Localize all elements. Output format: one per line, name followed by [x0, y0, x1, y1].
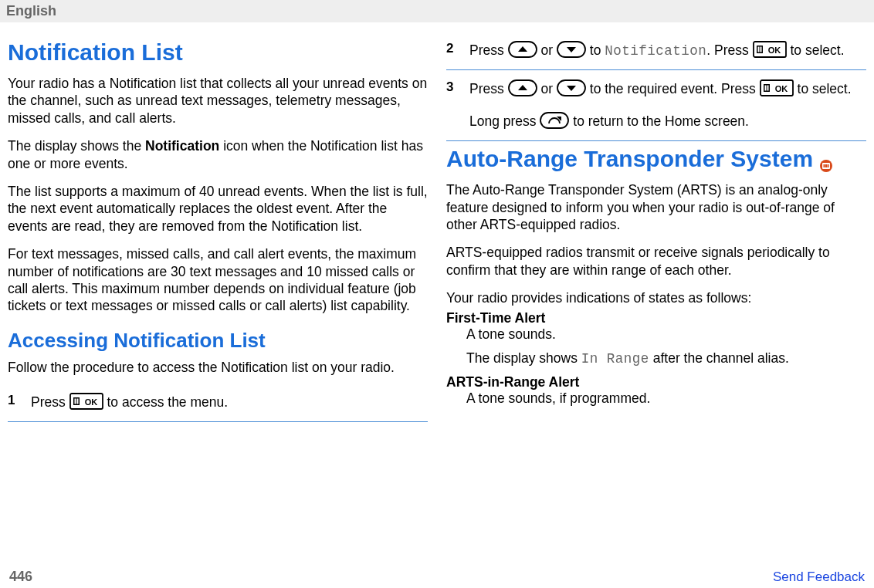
- down-button-icon: [557, 79, 586, 100]
- step-2-number: 2: [446, 41, 459, 62]
- notification-icon-paragraph: The display shows the Notification icon …: [8, 137, 428, 172]
- step-2: 2 Press or to Notification. Press to sel…: [446, 35, 866, 70]
- notification-list-intro: Your radio has a Notification list that …: [8, 75, 428, 127]
- accessing-notification-list-heading: Accessing Notification List: [8, 329, 428, 353]
- send-feedback-link[interactable]: Send Feedback: [773, 569, 865, 585]
- step-2-body: Press or to Notification. Press to selec…: [469, 41, 866, 62]
- up-button-icon: [508, 79, 537, 100]
- header-language-bar: English: [0, 0, 874, 22]
- first-time-alert-term: First-Time Alert: [446, 310, 866, 326]
- home-button-icon: [540, 112, 569, 133]
- step-3: 3 Press or to the required event. Press …: [446, 73, 866, 141]
- analog-indicator-icon: [819, 152, 833, 166]
- footer: 446 Send Feedback: [0, 569, 874, 585]
- right-column: 2 Press or to Notification. Press to sel…: [446, 35, 866, 425]
- ok-button-icon: [753, 41, 787, 62]
- accessing-intro: Follow the procedure to access the Notif…: [8, 359, 428, 376]
- arts-in-range-alert-def: A tone sounds, if programmed.: [466, 390, 866, 407]
- notification-code-text: Notification: [605, 43, 706, 59]
- first-time-alert-def: A tone sounds. The display shows In Rang…: [466, 326, 866, 367]
- arts-signals: ARTS-equipped radios transmit or receive…: [446, 244, 866, 279]
- page-body: Notification List Your radio has a Notif…: [0, 22, 874, 425]
- notification-list-heading: Notification List: [8, 39, 428, 66]
- step-3-number: 3: [446, 79, 459, 133]
- left-column: Notification List Your radio has a Notif…: [8, 35, 428, 425]
- step-1-body: Press to access the menu.: [31, 393, 428, 414]
- in-range-code-text: In Range: [581, 351, 649, 367]
- step-3-body: Press or to the required event. Press to…: [469, 79, 866, 133]
- notification-breakdown: For text messages, missed calls, and cal…: [8, 245, 428, 315]
- step-1: 1 Press to access the menu.: [8, 387, 428, 422]
- arts-intro: The Auto-Range Transponder System (ARTS)…: [446, 181, 866, 233]
- header-language: English: [6, 3, 56, 19]
- arts-states-intro: Your radio provides indications of state…: [446, 289, 866, 306]
- down-button-icon: [557, 41, 586, 62]
- page-number: 446: [9, 569, 32, 585]
- arts-in-range-alert-term: ARTS-in-Range Alert: [446, 374, 866, 390]
- ok-button-icon: [69, 393, 103, 414]
- arts-heading: Auto-Range Transponder System: [446, 146, 866, 172]
- step-1-number: 1: [8, 393, 20, 414]
- up-button-icon: [508, 41, 537, 62]
- ok-button-icon: [760, 79, 794, 100]
- notification-max-events: The list supports a maximum of 40 unread…: [8, 183, 428, 235]
